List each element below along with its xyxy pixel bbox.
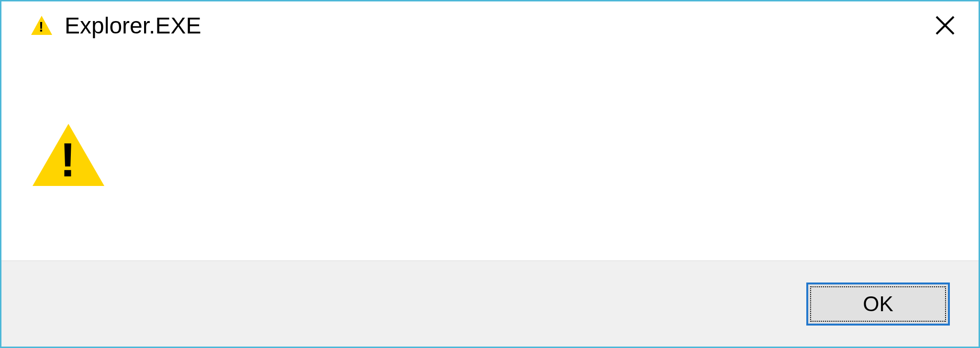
dialog-title: Explorer.EXE [65,12,931,39]
message-dialog: Explorer.EXE OK [0,0,980,348]
dialog-footer: OK [1,261,979,347]
warning-icon [30,14,53,37]
close-icon[interactable] [931,11,959,40]
warning-icon [30,117,107,193]
dialog-content [1,49,979,261]
ok-button[interactable]: OK [806,283,950,326]
titlebar: Explorer.EXE [1,1,979,49]
